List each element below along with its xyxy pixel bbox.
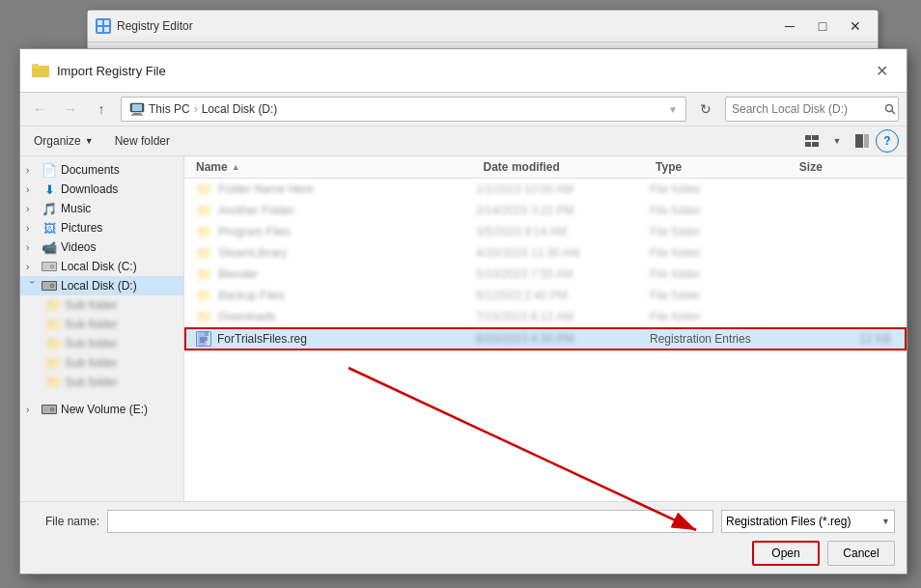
sidebar-label-c: Local Disk (C:) bbox=[61, 260, 178, 273]
documents-icon: 📄 bbox=[42, 162, 57, 178]
minimize-button[interactable]: ─ bbox=[775, 16, 804, 36]
breadcrumb[interactable]: This PC › Local Disk (D:) ▼ bbox=[121, 97, 686, 122]
column-type[interactable]: Type bbox=[656, 160, 799, 174]
svg-rect-2 bbox=[98, 27, 102, 32]
file-area: Name ▲ Date modified Type Size 📁 Folder … bbox=[184, 156, 907, 501]
help-button[interactable]: ? bbox=[876, 129, 899, 153]
cancel-button[interactable]: Cancel bbox=[827, 541, 895, 566]
sidebar-item-music[interactable]: › 🎵 Music bbox=[20, 199, 183, 218]
open-button[interactable]: Open bbox=[752, 541, 820, 566]
sidebar: › 📄 Documents › ⬇ Downloads › 🎵 Music › … bbox=[20, 156, 184, 501]
svg-point-22 bbox=[51, 266, 53, 267]
subfolder-icon-3: 📁 bbox=[45, 336, 61, 351]
dialog-close-button[interactable]: ✕ bbox=[868, 57, 895, 84]
sidebar-item-downloads[interactable]: › ⬇ Downloads bbox=[20, 180, 183, 199]
search-icon bbox=[884, 103, 896, 115]
refresh-button[interactable]: ↻ bbox=[694, 98, 717, 121]
close-button[interactable]: ✕ bbox=[841, 16, 870, 36]
svg-point-11 bbox=[886, 105, 893, 112]
back-button[interactable]: ← bbox=[28, 98, 51, 121]
svg-rect-10 bbox=[131, 115, 143, 116]
folder-icon: 📁 bbox=[196, 266, 212, 282]
table-row[interactable]: 📁 Folder Name Here 1/1/2023 10:00 AM Fil… bbox=[184, 179, 907, 200]
sidebar-label-e: New Volume (E:) bbox=[61, 403, 178, 416]
table-row[interactable]: 📁 Blender 5/10/2023 7:55 AM File folder bbox=[184, 264, 907, 285]
folder-icon bbox=[32, 62, 49, 79]
sidebar-subitem-3: 📁 Sub folder bbox=[40, 334, 183, 353]
dropdown-arrow-icon[interactable]: ▼ bbox=[668, 104, 678, 115]
breadcrumb-sep1: › bbox=[194, 102, 198, 116]
svg-rect-33 bbox=[205, 332, 209, 336]
expand-arrow-c: › bbox=[26, 262, 38, 272]
view-list-button[interactable] bbox=[800, 129, 823, 153]
breadcrumb-drive: Local Disk (D:) bbox=[202, 102, 278, 116]
main-area: › 📄 Documents › ⬇ Downloads › 🎵 Music › … bbox=[20, 156, 907, 501]
sidebar-item-videos[interactable]: › 📹 Videos bbox=[20, 238, 183, 257]
sidebar-item-local-disk-d[interactable]: › Local Disk (D:) bbox=[20, 276, 183, 295]
sidebar-subitem-1: 📁 Sub folder bbox=[40, 295, 183, 315]
table-row[interactable]: 📁 Program Files 3/5/2023 9:14 AM File fo… bbox=[184, 221, 907, 242]
up-button[interactable]: ↑ bbox=[90, 98, 113, 121]
disk-e-icon bbox=[42, 402, 57, 417]
registry-editor-icon bbox=[96, 18, 111, 34]
search-button[interactable] bbox=[882, 97, 898, 122]
expand-arrow-e: › bbox=[26, 405, 38, 415]
search-input[interactable] bbox=[726, 102, 882, 116]
svg-rect-18 bbox=[864, 134, 869, 148]
expand-arrow-documents: › bbox=[26, 165, 38, 176]
sidebar-label-pictures: Pictures bbox=[61, 221, 178, 235]
svg-line-12 bbox=[892, 111, 896, 115]
svg-rect-17 bbox=[855, 134, 863, 148]
expand-arrow-music: › bbox=[26, 204, 38, 214]
svg-rect-8 bbox=[132, 104, 142, 111]
sidebar-label-d: Local Disk (D:) bbox=[61, 279, 178, 293]
folder-icon: 📁 bbox=[196, 182, 212, 197]
table-row[interactable]: 📁 Downloads 7/15/2023 8:12 AM File folde… bbox=[184, 306, 907, 327]
table-row[interactable]: 📁 Another Folder 2/14/2023 3:22 PM File … bbox=[184, 200, 907, 221]
forward-button[interactable]: → bbox=[59, 98, 82, 121]
address-toolbar: ← → ↑ This PC › Local Disk (D:) ▼ ↻ bbox=[20, 93, 907, 126]
new-folder-button[interactable]: New folder bbox=[107, 129, 178, 153]
sidebar-subitem-4: 📁 Sub folder bbox=[40, 353, 183, 373]
sidebar-item-documents[interactable]: › 📄 Documents bbox=[20, 160, 183, 180]
table-row[interactable]: 📁 Backup Files 6/1/2023 2:40 PM File fol… bbox=[184, 285, 907, 306]
organize-toolbar: Organize ▼ New folder ▼ ? bbox=[20, 126, 907, 156]
maximize-button[interactable]: □ bbox=[808, 16, 837, 36]
filename-row: File name: Registration Files (*.reg) ▼ bbox=[32, 510, 895, 533]
disk-d-icon bbox=[42, 278, 57, 294]
filetype-label: Registration Files (*.reg) bbox=[726, 515, 851, 528]
sidebar-item-pictures[interactable]: › 🖼 Pictures bbox=[20, 218, 183, 238]
folder-icon: 📁 bbox=[196, 203, 212, 218]
svg-point-30 bbox=[51, 408, 53, 410]
subfolder-icon-5: 📁 bbox=[45, 375, 61, 390]
filename-input[interactable] bbox=[107, 510, 713, 533]
view-dropdown-button[interactable]: ▼ bbox=[825, 129, 849, 153]
preview-pane-button[interactable] bbox=[851, 129, 874, 153]
highlighted-filename: ForTrialsFiles.reg bbox=[217, 332, 307, 346]
sidebar-label-videos: Videos bbox=[61, 240, 178, 254]
column-name[interactable]: Name ▲ bbox=[196, 160, 484, 174]
action-row: Open Cancel bbox=[32, 541, 895, 566]
registry-editor-window-controls: ─ □ ✕ bbox=[775, 16, 870, 36]
column-size[interactable]: Size bbox=[799, 160, 895, 174]
highlighted-file-type: Registration Entries bbox=[650, 332, 795, 346]
svg-rect-13 bbox=[805, 135, 811, 140]
organize-button[interactable]: Organize ▼ bbox=[28, 129, 99, 153]
subfolder-icon-4: 📁 bbox=[45, 355, 61, 371]
filetype-dropdown[interactable]: Registration Files (*.reg) ▼ bbox=[721, 510, 895, 533]
column-date[interactable]: Date modified bbox=[484, 160, 656, 174]
computer-icon bbox=[129, 101, 145, 117]
filetype-dropdown-arrow: ▼ bbox=[881, 517, 890, 526]
sidebar-item-local-disk-c[interactable]: › Local Disk (C:) bbox=[20, 257, 183, 276]
registry-editor-titlebar: Registry Editor ─ □ ✕ bbox=[88, 11, 878, 42]
svg-rect-14 bbox=[812, 135, 819, 140]
sidebar-item-volume-e[interactable]: › New Volume (E:) bbox=[20, 400, 183, 419]
svg-rect-9 bbox=[133, 113, 141, 115]
sidebar-label-downloads: Downloads bbox=[61, 182, 178, 196]
table-row[interactable]: 📁 SteamLibrary 4/20/2023 11:30 AM File f… bbox=[184, 242, 907, 264]
expand-arrow-pictures: › bbox=[26, 223, 38, 234]
highlighted-file-row[interactable]: ForTrialsFiles.reg 8/20/2023 4:30 PM Reg… bbox=[184, 327, 907, 350]
view-buttons: ▼ ? bbox=[800, 129, 899, 153]
pictures-icon: 🖼 bbox=[42, 220, 57, 236]
svg-rect-6 bbox=[32, 64, 39, 68]
